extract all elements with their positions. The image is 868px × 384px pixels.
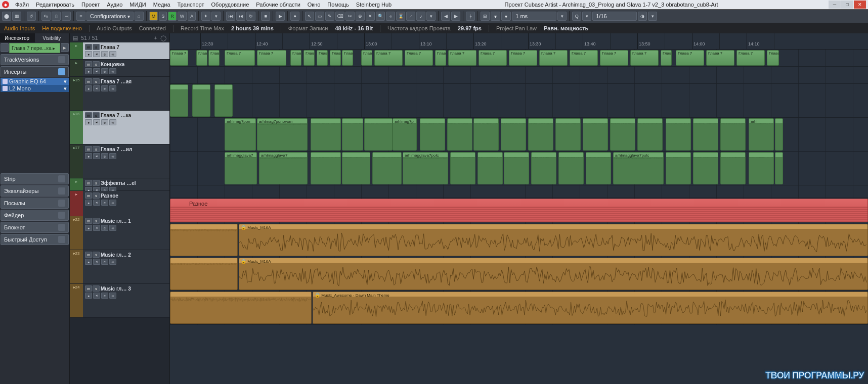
mute-button[interactable]: m [85,112,92,118]
mute-button[interactable]: m [85,78,92,84]
track-header[interactable]: ▸ ms Эффекты …el ● ◂ e ∞ [70,178,169,191]
edit-button[interactable]: e [101,293,108,299]
track-header[interactable]: ▸24 ms Music гл… 3 ● ◂ e ∞ [70,284,169,318]
folder-event[interactable]: Разное [170,199,868,222]
track-name[interactable]: Music гл… 2 [101,252,131,258]
audio-event[interactable] [342,152,370,184]
bypass-icon[interactable] [58,68,65,75]
audio-event[interactable]: Глава 7 [435,50,446,66]
solo-button[interactable]: s [93,61,100,67]
event-lane[interactable]: arhimag7ponarhimag7ponovomarhimag7parhi [170,118,868,152]
event-lane[interactable]: Глава 7Глава 7Глава 7Глава 7Глава 7Глава… [170,50,868,67]
freeze-button[interactable]: ∞ [109,225,116,231]
freeze-button[interactable]: ∞ [109,85,116,91]
record-enable[interactable]: ● [85,51,92,57]
automation-button[interactable]: ⫤ [62,12,71,21]
audio-event[interactable]: arhimagglava7polc [403,152,448,184]
edit-button[interactable]: e [101,153,108,159]
audio-event[interactable] [637,118,663,151]
grid-type-combo[interactable]: ▾ [501,12,511,21]
mute-button[interactable]: m [85,193,92,199]
audio-event[interactable] [749,152,774,184]
menu-audio[interactable]: Аудио [104,1,125,9]
split-tool[interactable]: ✂ [345,12,355,21]
audio-event[interactable] [720,152,746,184]
solo-button[interactable]: s [93,112,100,118]
audio-event[interactable]: Глава 7 [225,50,255,66]
monitor-button[interactable]: ◂ [93,259,100,265]
track-header[interactable]: ▸22 ms Music гл… 1 ● ◂ e ∞ [70,216,169,250]
sends-section[interactable]: Посылы [1,198,69,209]
mute-button[interactable]: m [85,44,92,50]
stop-button[interactable]: ■ [261,12,270,21]
audio-event[interactable] [364,118,393,151]
freeze-button[interactable]: ∞ [109,119,116,125]
visibility-tab[interactable]: Visibility [35,33,70,42]
record-enable[interactable]: ● [85,225,92,231]
edit-button[interactable]: e [101,200,108,206]
audio-event[interactable]: Глава 7 [736,50,765,66]
audio-event[interactable]: Глава 7 [196,50,207,66]
audio-event[interactable]: Глава 7 [257,50,286,66]
automation-status-button[interactable]: A [188,12,196,21]
visibility-toggle-icon[interactable]: ▤ [73,35,78,41]
monitor-button[interactable]: ◂ [93,153,100,159]
history-button[interactable]: ↺ [27,12,36,21]
audio-event[interactable]: Глава 7 [509,50,537,66]
erase-tool[interactable]: ⌫ [335,12,344,21]
track-gutter[interactable]: ▸ [70,178,83,190]
solo-button[interactable]: s [93,180,100,186]
toolbar-btn[interactable]: ≡ [76,12,85,21]
glue-tool[interactable]: ⊕ [356,12,365,21]
configurations-combo[interactable]: Configurations ▾ [86,12,134,21]
timewarp-tool[interactable]: ⌛ [396,12,405,21]
monitor-button[interactable]: ◂ [93,51,100,57]
chevron-right-icon[interactable]: ▸ [61,43,69,52]
audio-event[interactable] [311,118,341,151]
audio-event[interactable]: arhi [749,118,774,151]
power-icon[interactable] [3,86,8,91]
toolbar-btn[interactable]: ▾ [557,12,567,21]
track-name[interactable]: Music гл… 1 [101,218,131,224]
track-gutter[interactable]: ▸ [70,42,83,59]
track-gutter[interactable]: ▸15 [70,77,83,110]
freeze-button[interactable]: ∞ [109,68,116,74]
quantize-button[interactable]: Q [572,12,581,21]
record-enable[interactable]: ● [85,200,92,206]
event-lane[interactable] [170,185,868,198]
audio-event[interactable]: arhimag7pon [225,118,256,151]
window-max-button[interactable]: □ [841,1,853,9]
event-lane[interactable]: 🔒 Music_Awesome - Dawn Main Theme [170,291,868,325]
play-button[interactable]: ▶ [276,12,285,21]
notepad-section[interactable]: Блокнот [1,222,69,233]
record-enable[interactable]: ● [85,85,92,91]
audio-event[interactable] [420,118,445,151]
arrange-view[interactable]: 12:3012:4012:5013:0013:1013:2013:3013:40… [170,33,868,384]
constrain-button[interactable]: ⇆ [41,12,51,21]
track-name-field[interactable]: Глава 7 пере...ка ▸ [9,43,60,53]
audio-event[interactable] [450,152,475,184]
framerate-value[interactable]: 29.97 fps [458,25,482,31]
grid-value-combo[interactable]: 1 ms [512,12,556,21]
track-header[interactable]: ▸ ms Концовка ● ◂ e ∞ [70,60,169,77]
audio-event[interactable] [473,118,499,151]
event-lane[interactable]: Разное [170,198,868,223]
audio-event[interactable]: Глава 7 [361,50,372,66]
audio-event[interactable] [170,84,188,117]
event-lane[interactable]: arhimagglava7arhimagglava7arhimagglava7p… [170,152,868,185]
mute-button[interactable]: m [85,252,92,258]
track-header[interactable]: ▸17 ms Глава 7 …ил ● ◂ e ∞ [70,145,169,178]
track-gutter[interactable]: ▸23 [70,250,83,283]
audio-event[interactable] [555,118,581,151]
read-button[interactable]: R [168,12,177,21]
solo-button[interactable]: s [93,252,100,258]
window-min-button[interactable]: ─ [829,1,841,9]
solo-button[interactable]: S [159,12,167,21]
mute-button[interactable]: m [85,285,92,292]
toolbar-btn[interactable]: ▯ [52,12,61,21]
track-gutter[interactable]: ▸ [70,191,83,216]
freeze-button[interactable]: ∞ [109,153,116,159]
track-gutter[interactable]: ▸24 [70,284,83,317]
solo-button[interactable]: s [93,146,100,152]
audio-event[interactable]: 🔒 Music_M16A [239,224,868,256]
